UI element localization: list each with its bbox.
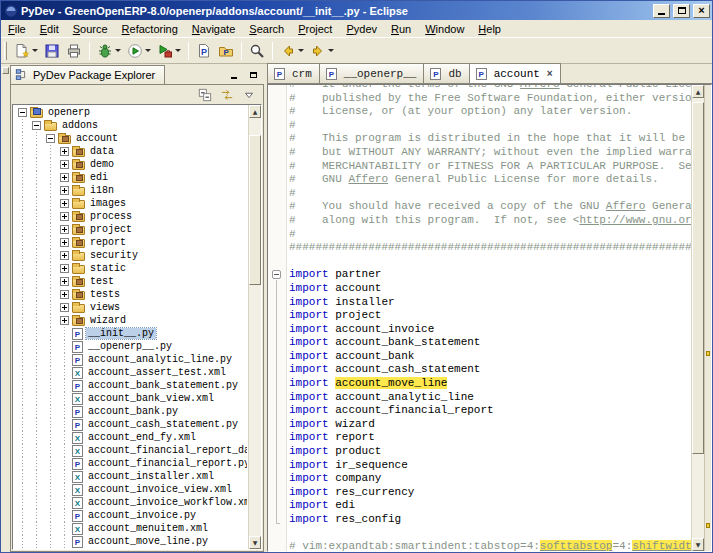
tree-item-account_bank_statement.py[interactable]: Paccount_bank_statement.py [13, 379, 247, 392]
code-line[interactable]: # but WITHOUT ANY WARRANTY; without even… [289, 146, 691, 160]
code-line[interactable]: import account_bank [289, 350, 691, 364]
tree-item-account_bank.py[interactable]: Paccount_bank.py [13, 405, 247, 418]
scroll-down-button[interactable]: ▼ [249, 536, 261, 549]
menu-file[interactable]: File [1, 21, 33, 36]
maximize-button[interactable] [673, 4, 690, 18]
menu-refactoring[interactable]: Refactoring [115, 21, 185, 36]
code-line[interactable] [289, 527, 691, 541]
occurrence-marker[interactable] [706, 351, 710, 356]
occurrence-marker[interactable] [706, 523, 710, 528]
code-line[interactable]: ########################################… [289, 241, 691, 255]
close-button[interactable]: × [693, 4, 710, 18]
tree-item-i18n[interactable]: i18n [13, 184, 247, 197]
editor-scroll-thumb[interactable] [692, 102, 704, 454]
tree-item-account_financial_report_data[interactable]: Xaccount_financial_report_data [13, 444, 247, 457]
view-menu-button[interactable] [240, 87, 258, 103]
print-button[interactable] [63, 40, 85, 62]
code-line[interactable]: # MERCHANTABILITY or FITNESS FOR A PARTI… [289, 160, 691, 174]
editor-scrollbar[interactable]: ▲ ▼ [691, 85, 704, 551]
tree-item-account[interactable]: account [13, 132, 247, 145]
tree-item-openerp[interactable]: openerp [13, 106, 247, 119]
menu-source[interactable]: Source [66, 21, 115, 36]
tree-item-account_invoice_workflow.xml[interactable]: Xaccount_invoice_workflow.xml [13, 496, 247, 509]
debug-dropdown-arrow-icon[interactable] [115, 49, 121, 52]
debug-button[interactable] [94, 40, 124, 62]
editor-scroll-down-button[interactable]: ▼ [692, 538, 704, 551]
code-line[interactable]: # You should have received a copy of the… [289, 200, 691, 214]
tree-item-test[interactable]: test [13, 275, 247, 288]
tab-pydev-package-explorer[interactable]: PyDev Package Explorer [10, 65, 165, 84]
tree-item-account_invoice_view.xml[interactable]: Xaccount_invoice_view.xml [13, 483, 247, 496]
fast-view-button[interactable] [2, 67, 9, 74]
tree-item-account_financial_report.py[interactable]: Paccount_financial_report.py [13, 457, 247, 470]
back-dropdown-arrow-icon[interactable] [298, 49, 304, 52]
tree-item-wizard[interactable]: wizard [13, 314, 247, 327]
menu-edit[interactable]: Edit [33, 21, 66, 36]
menu-window[interactable]: Window [418, 21, 471, 36]
run-external-button[interactable] [154, 40, 184, 62]
toolbar-grip[interactable] [4, 42, 7, 60]
code-line[interactable]: # along with this program. If not, see <… [289, 214, 691, 228]
tree-item-demo[interactable]: demo [13, 158, 247, 171]
code-line[interactable]: import installer [289, 296, 691, 310]
code-line[interactable]: import product [289, 445, 691, 459]
menu-pydev[interactable]: Pydev [339, 21, 384, 36]
tree-item-__openerp__.py[interactable]: P__openerp__.py [13, 340, 247, 353]
tree-item-addons[interactable]: addons [13, 119, 247, 132]
tree-item-report[interactable]: report [13, 236, 247, 249]
tree-item-account_assert_test.xml[interactable]: Xaccount_assert_test.xml [13, 366, 247, 379]
minimize-view-button[interactable] [226, 68, 242, 81]
tree-item-account_installer.xml[interactable]: Xaccount_installer.xml [13, 470, 247, 483]
expand-toggle[interactable] [58, 314, 71, 327]
expand-toggle[interactable] [58, 171, 71, 184]
expand-toggle[interactable] [58, 249, 71, 262]
collapse-toggle[interactable] [30, 119, 43, 132]
expand-toggle[interactable] [58, 275, 71, 288]
forward-dropdown-arrow-icon[interactable] [328, 49, 334, 52]
expand-toggle[interactable] [58, 223, 71, 236]
save-button[interactable] [41, 40, 63, 62]
tree-item-account_bank_view.xml[interactable]: Xaccount_bank_view.xml [13, 392, 247, 405]
maximize-view-button[interactable] [245, 68, 261, 81]
collapse-all-button[interactable] [196, 87, 214, 103]
code-line[interactable]: import project [289, 309, 691, 323]
editor-scroll-up-button[interactable]: ▲ [692, 85, 704, 98]
code-line[interactable]: import res_currency [289, 486, 691, 500]
editor-tab-account[interactable]: Paccount× [469, 63, 561, 83]
code-line[interactable]: # published by the Free Software Foundat… [289, 92, 691, 106]
scroll-thumb[interactable] [249, 135, 261, 285]
code-line[interactable]: import partner [289, 268, 691, 282]
link-with-editor-button[interactable] [218, 87, 236, 103]
expand-toggle[interactable] [58, 184, 71, 197]
fold-collapse-icon[interactable] [272, 270, 281, 279]
forward-button[interactable] [307, 40, 337, 62]
code-area[interactable]: # it under the terms of the GNU Affero G… [289, 84, 691, 551]
tree-item-images[interactable]: images [13, 197, 247, 210]
code-line[interactable] [289, 255, 691, 269]
minimize-button[interactable] [653, 4, 670, 18]
code-line[interactable]: # [289, 119, 691, 133]
back-button[interactable] [277, 40, 307, 62]
code-line[interactable]: import edi [289, 499, 691, 513]
code-line[interactable]: import report [289, 431, 691, 445]
code-line[interactable]: # [289, 187, 691, 201]
menu-search[interactable]: Search [242, 21, 291, 36]
new-pydev-module-button[interactable]: P [193, 40, 215, 62]
expand-toggle[interactable] [58, 301, 71, 314]
code-line[interactable]: import account_move_line [289, 377, 691, 391]
tree-item-edi[interactable]: edi [13, 171, 247, 184]
code-line[interactable]: import res_config [289, 513, 691, 527]
run-external-dropdown-arrow-icon[interactable] [175, 49, 181, 52]
code-line[interactable]: # vim:expandtab:smartindent:tabstop=4:so… [289, 540, 691, 551]
editor-scroll-track[interactable] [692, 98, 704, 538]
expand-toggle[interactable] [58, 158, 71, 171]
code-line[interactable]: import account_bank_statement [289, 336, 691, 350]
tree-item-views[interactable]: views [13, 301, 247, 314]
menu-run[interactable]: Run [384, 21, 418, 36]
editor-tab-crm[interactable]: Pcrm [267, 63, 320, 83]
code-line[interactable]: import company [289, 472, 691, 486]
code-line[interactable]: # [289, 228, 691, 242]
expand-toggle[interactable] [58, 197, 71, 210]
code-line[interactable]: import ir_sequence [289, 459, 691, 473]
tree-item-security[interactable]: security [13, 249, 247, 262]
